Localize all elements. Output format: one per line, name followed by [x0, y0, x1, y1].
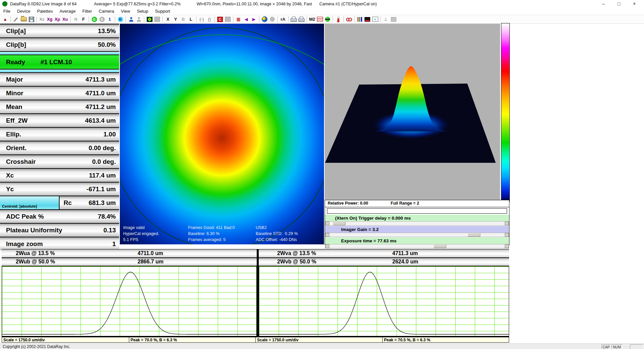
menu-item-device[interactable]: Device: [14, 9, 34, 14]
save-icon[interactable]: [27, 16, 35, 23]
bracket-minus-button[interactable]: (-): [198, 16, 206, 23]
bracket-button[interactable]: (): [206, 16, 213, 23]
ra-button[interactable]: rA: [279, 16, 287, 23]
profile-headers: 2Wua @ 13.5 % 4711.0 um 2Wub @ 50.0 % 28…: [2, 249, 509, 266]
result-row-major[interactable]: Major4711.3 um: [0, 73, 119, 86]
menu-item-setup[interactable]: Setup: [134, 9, 152, 14]
toolbar: ▲XcXgXpXuNFGS1RXYBL(-)()C▦◀▶rAM2≈⊥: [0, 15, 644, 24]
camera-control-sliders: (Xtern On) Trigger delay = 0.000 msImage…: [325, 214, 509, 248]
rgb-bars-icon[interactable]: [356, 16, 364, 23]
status-ready-row[interactable]: Ready#1 LCM.10: [0, 55, 119, 69]
clip-xu-button[interactable]: Xu: [61, 16, 69, 23]
dataray-window: DataRay 8.0D92:Live Image 8 of 64 Averag…: [0, 0, 644, 349]
s-button[interactable]: S: [98, 16, 106, 23]
slider-right-button[interactable]: [505, 222, 509, 225]
control-slider-0[interactable]: [325, 221, 509, 226]
slider-right-button[interactable]: [505, 233, 509, 237]
control-slider-1[interactable]: [325, 233, 509, 237]
g-button[interactable]: G: [90, 16, 98, 23]
menu-item-filter[interactable]: Filter: [79, 9, 95, 14]
menu-item-average[interactable]: Average: [56, 9, 79, 14]
network-icon[interactable]: [261, 16, 268, 23]
disabled-circle-icon[interactable]: [268, 16, 276, 23]
mean-value: 4711.2 um: [85, 103, 116, 111]
m2-button[interactable]: M2: [308, 16, 316, 23]
centroid-mode-button[interactable]: Centroid: [absolute]: [0, 196, 60, 209]
result-row-crosshair[interactable]: Crosshair0.0 deg.: [0, 155, 119, 168]
result-row-yc[interactable]: Yc-671.1 um: [0, 183, 119, 196]
menu-item-view[interactable]: View: [117, 9, 134, 14]
beam-display-icon[interactable]: [146, 16, 153, 23]
next-arrow-icon[interactable]: ▶: [250, 16, 258, 23]
centroid-row[interactable]: Centroid: [absolute]Rc681.3 um: [0, 196, 119, 209]
palette-icon[interactable]: [364, 16, 371, 23]
sphere-icon[interactable]: [324, 16, 331, 23]
menu-item-file[interactable]: File: [0, 9, 14, 14]
r-button[interactable]: R: [116, 16, 124, 23]
slider-thumb[interactable]: [468, 233, 480, 237]
slider-left-button[interactable]: [325, 233, 329, 237]
u-profile-graph[interactable]: [2, 266, 257, 336]
menu-item-support[interactable]: Support: [152, 9, 174, 14]
minimize-button[interactable]: –: [596, 0, 611, 8]
image-zoom-label: Image zoom: [6, 240, 43, 248]
results-table-icon[interactable]: [316, 16, 324, 23]
thermometer-icon[interactable]: [334, 16, 342, 23]
disabled-button-icon[interactable]: [390, 16, 397, 23]
print-preview-icon[interactable]: [298, 16, 305, 23]
grid-icon[interactable]: ▦: [235, 16, 242, 23]
result-row-eff-2w[interactable]: Eff_2W4613.4 um: [0, 114, 119, 127]
print-icon[interactable]: [290, 16, 298, 23]
beam-3d-view[interactable]: [325, 24, 500, 200]
slider-thumb[interactable]: [333, 222, 345, 225]
l-button[interactable]: L: [187, 16, 195, 23]
result-row-image-zoom[interactable]: Image zoom1: [0, 237, 119, 250]
profile-icon[interactable]: [127, 16, 135, 23]
up-arrow-icon[interactable]: ▲: [1, 16, 9, 23]
control-slider-2[interactable]: [325, 244, 509, 248]
x-axis-button[interactable]: X: [164, 16, 172, 23]
slider-left-button[interactable]: [325, 244, 329, 248]
profile-chart-icon-glyph: ≈: [372, 17, 378, 22]
sphere-icon-glyph: [325, 17, 330, 22]
slider-right-button[interactable]: [505, 244, 509, 248]
result-row-adc-peak[interactable]: ADC Peak %78.4%: [0, 210, 119, 223]
b-button[interactable]: B: [179, 16, 187, 23]
beam-disabled-icon[interactable]: [153, 16, 161, 23]
menu-item-camera[interactable]: Camera: [95, 9, 117, 14]
profile-chart-icon[interactable]: ≈: [371, 16, 379, 23]
clip-xp-button[interactable]: Xp: [54, 16, 61, 23]
maximize-button[interactable]: □: [611, 0, 627, 8]
edit-pencil-icon[interactable]: [12, 16, 20, 23]
f-button[interactable]: F: [80, 16, 87, 23]
clip-xg-button[interactable]: Xg: [46, 16, 54, 23]
beam-image-2d[interactable]: Image valid HyperCal engaged. 5.1 FPS Fr…: [120, 24, 324, 244]
profile-disabled-icon[interactable]: [135, 16, 143, 23]
v-profile-graph[interactable]: [259, 266, 509, 336]
slider-left-button[interactable]: [325, 222, 329, 225]
y-axis-button[interactable]: Y: [172, 16, 179, 23]
result-row-xc[interactable]: Xc117.4 um: [0, 169, 119, 182]
one-button[interactable]: 1: [106, 16, 113, 23]
status-strip-top: [0, 52, 119, 54]
num-lock-indicator: NUM: [611, 344, 623, 349]
clip-xc-button[interactable]: Xc: [38, 16, 46, 23]
result-row-mean[interactable]: Mean4711.2 um: [0, 100, 119, 113]
result-row-clip-b[interactable]: Clip[b]50.0%: [0, 38, 119, 51]
glasses-icon[interactable]: [345, 16, 353, 23]
close-button[interactable]: ×: [627, 0, 642, 8]
result-row-minor[interactable]: Minor4711.0 um: [0, 87, 119, 100]
v-clip-b-label: 2Wvb @ 50.0 %: [277, 259, 316, 265]
disabled-square-icon[interactable]: [224, 16, 232, 23]
menu-item-palettes[interactable]: Palettes: [34, 9, 56, 14]
pin-icon[interactable]: ⊥: [382, 16, 390, 23]
result-row-orient[interactable]: Orient.0.00 deg.: [0, 141, 119, 154]
prev-arrow-icon[interactable]: ◀: [242, 16, 250, 23]
slider-thumb[interactable]: [433, 244, 446, 248]
result-row-ellip[interactable]: Ellip.1.00: [0, 128, 119, 141]
n-button[interactable]: N: [72, 16, 80, 23]
result-row-plateau-uniformity[interactable]: Plateau Uniformity0.13: [0, 224, 119, 237]
result-row-clip-a[interactable]: Clip[a]13.5%: [0, 24, 119, 37]
open-file-icon[interactable]: [20, 16, 27, 23]
clipboard-c-icon[interactable]: C: [216, 16, 224, 23]
